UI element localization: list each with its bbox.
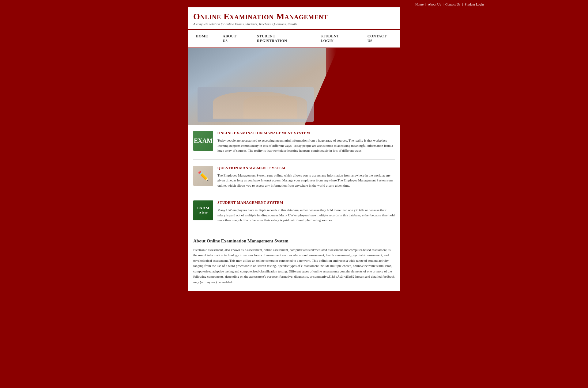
- separator-1: |: [425, 2, 426, 6]
- feature-thumb-exam: EXAM: [193, 131, 213, 151]
- site-title: Online Examination Management: [193, 12, 395, 21]
- exam-icon: EXAM: [193, 131, 213, 151]
- topbar-home-link[interactable]: Home: [415, 2, 424, 6]
- about-text: Electronic assessment, also known as e-a…: [193, 247, 395, 285]
- top-bar: Home | About Us | Contact Us | Student L…: [0, 0, 588, 7]
- nav-registration[interactable]: STUDENT REGISTRATION: [250, 30, 313, 48]
- feature-title-3: STUDENT MANAGEMENT SYSTEM: [217, 200, 395, 205]
- separator-2: |: [443, 2, 443, 6]
- exam-alert-icon: EXAM Alert: [193, 200, 213, 220]
- page-wrapper: Home | About Us | Contact Us | Student L…: [0, 0, 588, 388]
- feature-text-2: The Employee Management System runs onli…: [217, 173, 395, 188]
- feature-thumb-pencil: ✏️: [193, 166, 213, 186]
- separator-3: |: [462, 2, 463, 6]
- hero-image: [188, 48, 400, 125]
- feature-text-1: Today people are accustomed to accessing…: [217, 138, 395, 153]
- feature-title-1: ONLINE EXAMINATION MANAGEMENT SYSTEM: [217, 131, 395, 135]
- nav-contact[interactable]: CONTACT US: [360, 30, 400, 48]
- site-subtitle: A complete solution for online Exams, St…: [193, 22, 395, 26]
- nav-about[interactable]: ABOUT US: [215, 30, 250, 48]
- topbar-contact-link[interactable]: Contact Us: [445, 2, 460, 6]
- feature-question-mgmt: ✏️ QUESTION MANAGEMENT SYSTEM The Employ…: [193, 166, 395, 195]
- main-nav: HOME ABOUT US STUDENT REGISTRATION STUDE…: [188, 29, 400, 48]
- alert-line2: Alert: [199, 211, 208, 215]
- feature-title-2: QUESTION MANAGEMENT SYSTEM: [217, 166, 395, 170]
- feature-content-2: QUESTION MANAGEMENT SYSTEM The Employee …: [217, 166, 395, 188]
- about-heading: About Online Examination Management Syst…: [193, 238, 395, 244]
- feature-content-1: ONLINE EXAMINATION MANAGEMENT SYSTEM Tod…: [217, 131, 395, 153]
- feature-online-exam: EXAM ONLINE EXAMINATION MANAGEMENT SYSTE…: [193, 131, 395, 160]
- pencil-icon: ✏️: [193, 166, 213, 186]
- feature-content-3: STUDENT MANAGEMENT SYSTEM Many UW employ…: [217, 200, 395, 223]
- nav-login[interactable]: STUDENT LOGIN: [313, 30, 360, 48]
- content-area: EXAM ONLINE EXAMINATION MANAGEMENT SYSTE…: [188, 125, 400, 291]
- nav-home[interactable]: HOME: [188, 30, 215, 48]
- feature-student-mgmt: EXAM Alert STUDENT MANAGEMENT SYSTEM Man…: [193, 200, 395, 229]
- site-header: Online Examination Management A complete…: [188, 7, 400, 29]
- topbar-login-link[interactable]: Student Login: [465, 2, 484, 6]
- topbar-about-link[interactable]: About Us: [428, 2, 441, 6]
- hero-section: [188, 48, 400, 125]
- main-container: Online Examination Management A complete…: [188, 7, 400, 291]
- feature-thumb-alert: EXAM Alert: [193, 200, 213, 220]
- feature-text-3: Many UW employees have multiple records …: [217, 207, 395, 223]
- alert-line1: EXAM: [197, 206, 209, 211]
- about-section: About Online Examination Management Syst…: [193, 235, 395, 285]
